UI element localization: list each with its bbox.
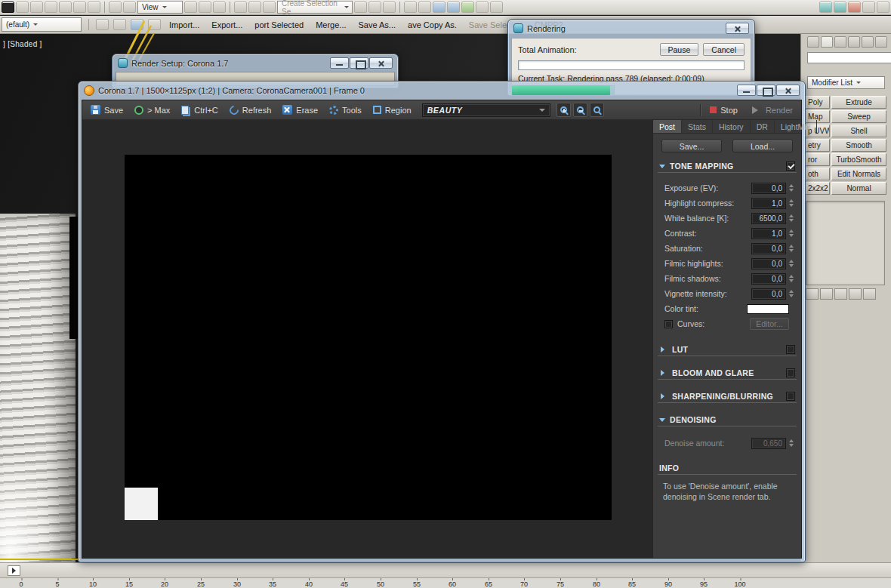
- next-frame-icon[interactable]: [8, 565, 20, 576]
- render-setup-icon[interactable]: [447, 2, 460, 13]
- saturation-field[interactable]: 0,0: [751, 243, 786, 254]
- zoom-in-button[interactable]: [556, 103, 571, 117]
- modifier-stack-list[interactable]: [806, 201, 885, 285]
- rect-region-icon[interactable]: [123, 2, 136, 13]
- render-element-combo[interactable]: BEAUTY: [422, 103, 550, 117]
- modifier-button-turbosmooth[interactable]: TurboSmooth: [831, 153, 886, 166]
- bloom-glare-header[interactable]: BLOOM AND GLARE: [658, 366, 797, 380]
- denoise-amount-field[interactable]: 0,650: [751, 438, 786, 449]
- percent-snap-icon[interactable]: [263, 2, 276, 13]
- white-balance-field[interactable]: 6500,0: [751, 213, 786, 224]
- save-as-button[interactable]: Save As...: [355, 19, 400, 31]
- curves-checkbox[interactable]: [664, 320, 673, 328]
- spinner[interactable]: [788, 243, 795, 254]
- minimize-icon[interactable]: [330, 57, 349, 69]
- render-iterative-icon[interactable]: [490, 2, 503, 13]
- spinner[interactable]: [788, 288, 795, 300]
- track-bar[interactable]: [0, 562, 891, 577]
- modifier-button[interactable]: ror: [806, 153, 830, 166]
- tab-post[interactable]: Post: [653, 120, 682, 133]
- rotate-icon[interactable]: [199, 2, 211, 13]
- bind-to-spacewarp-icon[interactable]: [88, 2, 100, 13]
- spinner[interactable]: [788, 228, 795, 239]
- send-to-max-button[interactable]: > Max: [130, 104, 174, 116]
- close-icon[interactable]: [369, 57, 393, 69]
- modifier-button[interactable]: Poly: [806, 96, 830, 109]
- color-tint-swatch[interactable]: [747, 304, 789, 314]
- schematic-view-icon[interactable]: [418, 2, 431, 13]
- save-copy-as-button[interactable]: ave Copy As.: [404, 19, 461, 31]
- vfb-titlebar[interactable]: Corona 1.7 | 1500×1125px (1:2) | Camera:…: [79, 82, 805, 99]
- spinner[interactable]: [788, 273, 795, 285]
- save-image-button[interactable]: Save: [86, 103, 128, 116]
- lut-header[interactable]: LUT: [658, 343, 797, 356]
- undo-icon[interactable]: [30, 2, 43, 13]
- configure-modifier-sets-icon[interactable]: [863, 288, 876, 300]
- hierarchy-tab-icon[interactable]: [834, 36, 846, 48]
- erase-button[interactable]: Erase: [278, 103, 322, 116]
- start-render-button[interactable]: Render: [745, 104, 797, 116]
- refresh-button[interactable]: Refresh: [225, 104, 276, 116]
- zoom-out-button[interactable]: [573, 103, 587, 117]
- ref-coordinate-combo[interactable]: View: [137, 1, 183, 14]
- timeline-ruler[interactable]: 0 5 10 15 20 25 30 35 40 45 50 55 60 65 …: [0, 577, 891, 588]
- lut-checkbox[interactable]: [786, 345, 795, 354]
- import-button[interactable]: Import...: [165, 19, 203, 31]
- spinner[interactable]: [788, 258, 795, 269]
- tone-mapping-header[interactable]: TONE MAPPING: [658, 159, 797, 173]
- material-editor-icon[interactable]: [433, 2, 446, 13]
- tab-stats[interactable]: Stats: [682, 120, 713, 133]
- workspace-combo[interactable]: (efault): [2, 17, 82, 32]
- create-tab-icon[interactable]: [807, 36, 819, 48]
- sharpening-header[interactable]: SHARPENING/BLURRING: [658, 389, 797, 403]
- select-object-icon[interactable]: [16, 2, 29, 13]
- modifier-button-shell[interactable]: Shell: [831, 125, 886, 137]
- zoom-reset-button[interactable]: [590, 103, 604, 117]
- layout-icon[interactable]: [877, 2, 889, 13]
- layer-manager-icon[interactable]: [383, 2, 396, 13]
- spinner[interactable]: [788, 183, 795, 194]
- exposure-field[interactable]: 0,0: [751, 183, 786, 194]
- tab-dr[interactable]: DR: [751, 120, 775, 133]
- motion-tab-icon[interactable]: [848, 36, 860, 48]
- make-unique-icon[interactable]: [834, 288, 847, 300]
- show-end-result-icon[interactable]: [820, 288, 833, 300]
- object-name-field[interactable]: [807, 52, 891, 63]
- modifier-button-sweep[interactable]: Sweep: [831, 110, 886, 123]
- vignette-field[interactable]: 0,0: [751, 288, 786, 300]
- copy-to-clipboard-button[interactable]: Ctrl+C: [177, 104, 222, 116]
- updates-icon[interactable]: [848, 2, 861, 13]
- tools-button[interactable]: Tools: [325, 104, 366, 116]
- workspace-icon[interactable]: [862, 2, 875, 13]
- select-by-name-icon[interactable]: [109, 2, 122, 13]
- align-icon[interactable]: [368, 2, 381, 13]
- rendering-dialog-titlebar[interactable]: Rendering: [508, 20, 754, 37]
- cancel-button[interactable]: Cancel: [703, 43, 745, 56]
- remove-modifier-icon[interactable]: [849, 288, 862, 300]
- redo-icon[interactable]: [45, 2, 57, 13]
- region-render-button[interactable]: Region: [368, 104, 416, 116]
- unlink-icon[interactable]: [73, 2, 86, 13]
- community-icon[interactable]: [834, 2, 846, 13]
- modifier-button-edit-normals[interactable]: Edit Normals: [831, 168, 886, 180]
- modifier-button-normal[interactable]: Normal: [831, 182, 886, 195]
- tone-mapping-checkbox[interactable]: [786, 162, 795, 171]
- modifier-button-extrude[interactable]: Extrude: [831, 96, 886, 109]
- filmic-shadows-field[interactable]: 0,0: [751, 273, 786, 285]
- modifier-button[interactable]: 2x2x2: [806, 182, 830, 195]
- close-icon[interactable]: [726, 23, 749, 34]
- maximize-icon[interactable]: [757, 85, 775, 96]
- rendered-frame-icon[interactable]: [461, 2, 474, 13]
- close-icon[interactable]: [776, 85, 800, 96]
- new-scene-icon[interactable]: [96, 19, 109, 30]
- highlight-compress-field[interactable]: 1,0: [751, 198, 786, 209]
- snap-toggle-icon[interactable]: [234, 2, 247, 13]
- scale-icon[interactable]: [213, 2, 226, 13]
- curves-editor-button[interactable]: Editor...: [750, 318, 789, 330]
- modify-tab-icon[interactable]: [821, 36, 833, 48]
- move-icon[interactable]: [184, 2, 197, 13]
- mirror-icon[interactable]: [354, 2, 367, 13]
- modifier-list-combo[interactable]: Modifier List: [807, 76, 885, 89]
- denoising-header[interactable]: DENOISING: [658, 413, 797, 426]
- spinner[interactable]: [788, 438, 795, 449]
